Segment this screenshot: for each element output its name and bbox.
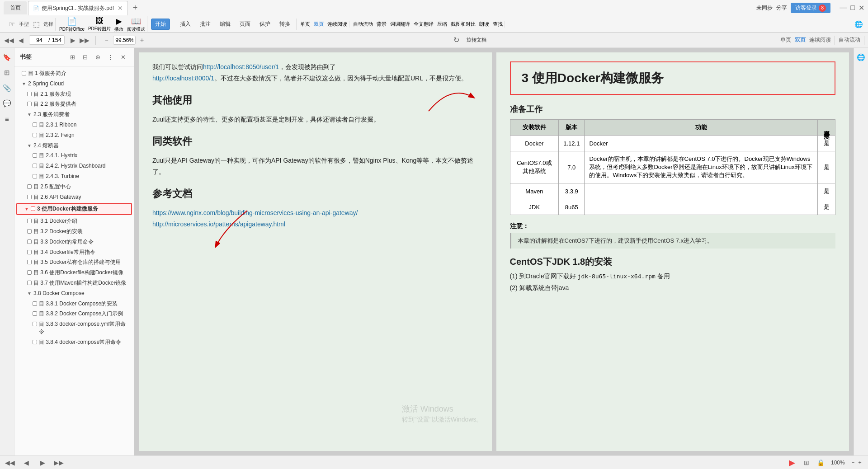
- link-4[interactable]: http://microservices.io/patterns/apigate…: [152, 220, 285, 228]
- sidebar-action-2[interactable]: ⊟: [80, 52, 90, 62]
- tree-item-ch231[interactable]: 目 2.3.1 Ribbon: [14, 120, 134, 130]
- tab-add-btn[interactable]: +: [130, 3, 141, 14]
- read-btn[interactable]: 朗读: [479, 21, 489, 28]
- layer-icon[interactable]: ≡: [1, 113, 13, 125]
- full-translate-btn[interactable]: 全文翻译: [414, 21, 434, 28]
- status-nav-last[interactable]: ▶▶: [54, 458, 63, 467]
- tree-item-ch37[interactable]: 目 3.7 使用Maven插件构建Docker镜像: [14, 278, 134, 288]
- view-continuous[interactable]: 连续阅读: [809, 36, 831, 44]
- status-nav-next[interactable]: ▶: [38, 458, 47, 467]
- globe-icon[interactable]: 🌐: [853, 19, 864, 30]
- link-1[interactable]: http://localhost:8050/user/1: [203, 63, 279, 70]
- pdf-to-office-btn[interactable]: 📄 PDF转Office: [59, 16, 85, 33]
- status-icon-3[interactable]: 🔒: [816, 458, 826, 467]
- convert-btn[interactable]: 转换: [275, 19, 294, 30]
- tab-home[interactable]: 首页: [4, 1, 27, 14]
- bookmark-icon[interactable]: 🔖: [1, 52, 13, 63]
- translate-btn[interactable]: 词调翻译: [390, 21, 410, 28]
- search-btn[interactable]: 查找: [493, 21, 503, 28]
- tree-item-ch25[interactable]: 目 2.5 配置中心: [14, 182, 134, 192]
- background-btn[interactable]: 背景: [377, 21, 387, 28]
- tree-item-ch35[interactable]: 目 3.5 Docker私有仓库的搭建与使用: [14, 257, 134, 267]
- attachment-icon[interactable]: 📎: [1, 82, 13, 94]
- close-btn[interactable]: ✕: [859, 4, 864, 12]
- visit-login-btn[interactable]: 访客登录 8: [791, 3, 830, 13]
- protect-btn[interactable]: 保护: [255, 19, 274, 30]
- comment-icon[interactable]: 💬: [1, 98, 13, 109]
- status-nav-first[interactable]: ◀◀: [5, 458, 14, 467]
- auto-flow-nav[interactable]: 自动流动: [839, 36, 860, 44]
- page-btn[interactable]: 页面: [236, 19, 255, 30]
- view-double[interactable]: 双页: [795, 36, 806, 44]
- zoom-out-btn[interactable]: －: [101, 35, 112, 46]
- right-icon-1[interactable]: 🌐: [855, 52, 867, 63]
- tree-item-ch38[interactable]: ▼ 3.8 Docker Compose: [14, 288, 134, 299]
- select-tool-btn[interactable]: ⬚: [30, 18, 42, 31]
- read-mode-btn[interactable]: 📖 阅读模式: [127, 16, 145, 33]
- compress-btn[interactable]: 压缩: [437, 21, 447, 28]
- tree-item-ch383[interactable]: 目 3.8.3 docker-compose.yml常用命令: [14, 319, 134, 337]
- page-number-input[interactable]: [32, 37, 47, 43]
- tree-item-ch384[interactable]: 目 3.8.4 docker-compose常用命令: [14, 337, 134, 347]
- tree-item-ch33[interactable]: 目 3.3 Docker的常用命令: [14, 237, 134, 247]
- tree-item-ch232[interactable]: 目 2.3.2. Feign: [14, 130, 134, 141]
- hand-tool-btn[interactable]: ☞: [5, 18, 18, 31]
- tree-item-ch242[interactable]: 目 2.4.2. Hystrix Dashboard: [14, 161, 134, 171]
- pdf-to-img-btn[interactable]: 🖼 PDF转图片: [88, 16, 111, 32]
- rotate-doc-btn[interactable]: ↻: [450, 34, 463, 47]
- tree-item-ch26[interactable]: 目 2.6 API Gateway: [14, 192, 134, 202]
- insert-btn[interactable]: 插入: [176, 19, 195, 30]
- tree-item-ch36[interactable]: 目 3.6 使用Dockerfile构建Docker镜像: [14, 267, 134, 278]
- tree-item-ch1[interactable]: 目 1 微服务简介: [14, 68, 134, 79]
- tree-item-ch381[interactable]: 目 3.8.1 Docker Compose的安装: [14, 299, 134, 309]
- zoom-in-btn[interactable]: ＋: [137, 35, 147, 46]
- last-page-btn[interactable]: ▶▶: [79, 35, 90, 46]
- sidebar-action-3[interactable]: ⊕: [92, 52, 103, 62]
- tree-item-ch241[interactable]: 目 2.4.1. Hystrix: [14, 150, 134, 161]
- auto-flow-btn[interactable]: 自动流动: [353, 21, 373, 28]
- play-btn[interactable]: ▶ 播放: [114, 16, 123, 33]
- minimize-btn[interactable]: —: [840, 4, 847, 12]
- edit-btn[interactable]: 编辑: [216, 19, 235, 30]
- tree-item-ch23[interactable]: ▼ 2.3 服务消费者: [14, 109, 134, 120]
- maximize-btn[interactable]: □: [850, 4, 855, 12]
- view-single[interactable]: 单页: [780, 36, 791, 44]
- screenshot-btn[interactable]: 截图和对比: [451, 21, 476, 28]
- tree-item-ch382[interactable]: 目 3.8.2 Docker Compose入门示例: [14, 309, 134, 319]
- prev-page-btn[interactable]: ◀: [15, 35, 26, 46]
- tree-item-ch2[interactable]: ▼ 2 Spring Cloud: [14, 79, 134, 89]
- single-page-btn[interactable]: 单页: [300, 21, 310, 28]
- tree-item-ch31[interactable]: 目 3.1 Docker介绍: [14, 216, 134, 226]
- tree-item-ch21[interactable]: 目 2.1 服务发现: [14, 89, 134, 99]
- tree-item-ch243[interactable]: 目 2.4.3. Turbine: [14, 171, 134, 182]
- annotate-btn[interactable]: 批注: [196, 19, 215, 30]
- status-fit[interactable]: － ＋: [850, 459, 863, 466]
- sidebar-close-btn[interactable]: ✕: [118, 52, 128, 62]
- tab-close-btn[interactable]: ✕: [118, 5, 123, 12]
- status-nav-prev[interactable]: ◀: [22, 458, 31, 467]
- first-page-btn[interactable]: ◀◀: [4, 35, 14, 46]
- tree-item-ch32[interactable]: 目 3.2 Docker的安装: [14, 226, 134, 237]
- cell-version-docker: 1.12.1: [559, 136, 585, 151]
- status-play-icon[interactable]: ▶: [788, 458, 797, 467]
- sidebar-action-4[interactable]: ⋮: [105, 52, 116, 62]
- tree-item-ch34[interactable]: 目 3.4 Dockerfile常用指令: [14, 247, 134, 258]
- next-page-btn[interactable]: ▶: [67, 35, 78, 46]
- continuous-btn[interactable]: 连续阅读: [327, 21, 347, 28]
- link-2[interactable]: http://localhost:8000/1: [152, 75, 214, 82]
- thumbnail-icon[interactable]: ⊞: [1, 67, 13, 79]
- prep-table: 安装软件 版本 功能 必要程度 Docker 1.12.1 Docker 是 C…: [510, 119, 836, 215]
- link-3[interactable]: https://www.nginx.com/blog/building-micr…: [152, 209, 358, 216]
- tab-pdf[interactable]: 📄 使用SpringCl...实战微服务.pdf ✕: [28, 1, 128, 15]
- para-other: Zuul还支持更多的特性、更多的配置项甚至是定制开发，具体还请读者自行发掘。: [152, 114, 478, 125]
- share-btn[interactable]: 分享: [776, 4, 787, 12]
- two-page-btn[interactable]: 双页: [314, 21, 324, 28]
- status-icon-2[interactable]: ⊞: [802, 458, 811, 467]
- zoom-input[interactable]: [113, 36, 136, 45]
- cell-version-jdk: 8u65: [559, 199, 585, 215]
- tree-item-ch22[interactable]: 目 2.2 服务提供者: [14, 99, 134, 109]
- tree-item-ch3[interactable]: ▼ 3 使用Docker构建微服务: [16, 203, 132, 215]
- sidebar-action-1[interactable]: ⊞: [67, 52, 78, 62]
- open-start-btn[interactable]: 开始: [151, 19, 170, 30]
- tree-item-ch24[interactable]: ▼ 2.4 熔断器: [14, 141, 134, 151]
